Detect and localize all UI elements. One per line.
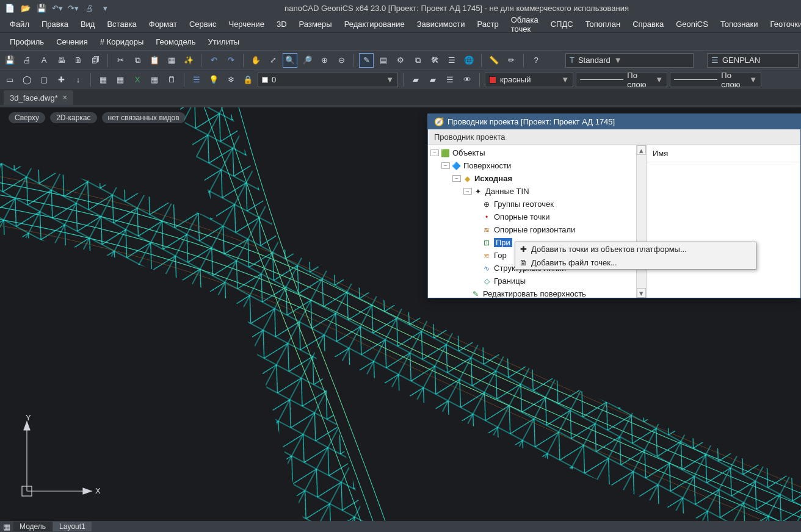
collapse-icon[interactable]: − [430, 149, 439, 156]
grid-icon[interactable]: ▦ [164, 53, 179, 68]
menu-spds[interactable]: СПДС [545, 17, 579, 31]
menu-geomodel[interactable]: Геомодель [150, 35, 201, 49]
tree-node-ref-points[interactable]: Опорные точки [494, 212, 549, 221]
lock-icon[interactable]: 🔒 [241, 73, 255, 87]
tools-icon[interactable]: 🛠 [427, 53, 442, 68]
menu-draw[interactable]: Черчение [222, 17, 270, 31]
bulb-icon[interactable]: 💡 [206, 73, 221, 87]
paste-icon[interactable]: 📋 [147, 53, 162, 68]
menu-insert[interactable]: Вставка [101, 17, 142, 31]
menu-dimensions[interactable]: Размеры [293, 17, 338, 31]
globe-icon[interactable]: 🌐 [462, 53, 476, 68]
document-tab[interactable]: 3d_face.dwg* × [4, 90, 73, 105]
copy-icon[interactable]: ⧉ [130, 53, 145, 68]
print-icon[interactable]: 🖨 [82, 1, 96, 15]
menu-sections[interactable]: Сечения [50, 35, 94, 49]
list-icon[interactable]: ☰ [444, 53, 459, 68]
scroll-up-icon[interactable]: ▴ [637, 145, 646, 155]
new-icon[interactable]: 📄 [2, 1, 17, 15]
layer-combo[interactable]: 0 ▼ [258, 73, 398, 87]
color-combo[interactable]: красный ▼ [485, 73, 573, 87]
text-style-combo[interactable]: T Standard ▼ [565, 53, 694, 68]
arrow-down-icon[interactable]: ↓ [71, 73, 85, 87]
view-badge[interactable]: 2D-каркас [50, 112, 96, 123]
status-tab-model[interactable]: Модель [13, 522, 52, 531]
tree-node-edit-surface[interactable]: Редактировать поверхность [483, 289, 586, 298]
qat-customize-icon[interactable]: ▾ [98, 1, 112, 15]
status-tab-layout1[interactable]: Layout1 [53, 522, 92, 531]
undo-dropdown-icon[interactable]: ↶▾ [50, 1, 65, 15]
menu-constraints[interactable]: Зависимости [411, 17, 471, 31]
layer-style-combo[interactable]: ☰ GENPLAN [707, 53, 799, 68]
pan-icon[interactable]: ✋ [248, 53, 263, 68]
tree-node-point-groups[interactable]: Группы геоточек [494, 200, 554, 209]
layers2-icon[interactable]: ☰ [443, 73, 457, 87]
zoom-out-icon[interactable]: ⊖ [334, 53, 349, 68]
menu-file[interactable]: Файл [4, 17, 35, 31]
menu-topoplan[interactable]: Топоплан [579, 17, 626, 31]
tree-node-surface-source[interactable]: Исходная [474, 174, 512, 183]
menu-format[interactable]: Формат [143, 17, 183, 31]
view-badge[interactable]: Сверху [9, 112, 45, 123]
eye-icon[interactable]: 👁 [460, 73, 474, 87]
menu-view[interactable]: Вид [74, 17, 101, 31]
ctx-add-points-from-objects[interactable]: ✚ Добавить точки из объектов платформы..… [515, 242, 756, 256]
collapse-icon[interactable]: − [463, 188, 472, 195]
match-icon[interactable]: ✨ [181, 53, 196, 68]
ellipse-icon[interactable]: ◯ [20, 73, 34, 87]
ctx-add-points-file[interactable]: 🗎 Добавить файл точек... [515, 256, 756, 269]
tree-node-boundaries[interactable]: Границы [494, 276, 526, 286]
panel-title-bar[interactable]: 🧭 Проводник проекта [Проект: Проект АД 1… [428, 114, 800, 129]
scroll-down-icon[interactable]: ▾ [637, 288, 646, 298]
menu-modify[interactable]: Редактирование [338, 17, 411, 31]
collapse-icon[interactable]: − [441, 162, 450, 169]
table1-icon[interactable]: ▦ [96, 73, 111, 87]
table3-icon[interactable]: ▦ [147, 73, 162, 87]
tree-node-horizon[interactable]: Гор [494, 251, 507, 260]
tree-scrollbar[interactable]: ▴ ▾ [636, 145, 646, 298]
view-badge[interactable]: нет связанных видов [102, 112, 186, 123]
hatch1-icon[interactable]: ▰ [408, 73, 423, 87]
excel-icon[interactable]: X [130, 73, 145, 87]
project-tree[interactable]: −🟩Объекты −🔷Поверхности −◆Исходная −✦Дан… [428, 145, 646, 298]
open-icon[interactable]: 📂 [18, 1, 33, 15]
redo-icon[interactable]: ↷ [223, 53, 238, 68]
hatch2-icon[interactable]: ▰ [426, 73, 440, 87]
cut-icon[interactable]: ✂ [113, 53, 128, 68]
zoom-extents-icon[interactable]: ⤢ [266, 53, 280, 68]
zoom-in-icon[interactable]: ⊕ [317, 53, 332, 68]
redo-dropdown-icon[interactable]: ↷▾ [66, 1, 81, 15]
layers-icon[interactable]: ☰ [189, 73, 204, 87]
publish-icon[interactable]: 🗎 [71, 53, 85, 68]
table2-icon[interactable]: ▦ [113, 73, 128, 87]
plot-preview-icon[interactable]: 🖶 [54, 53, 68, 68]
lineweight-combo[interactable]: По слою ▼ [670, 73, 761, 87]
text-icon[interactable]: A [37, 53, 51, 68]
clip-icon[interactable]: ⧉ [410, 53, 425, 68]
menu-help[interactable]: Справка [626, 17, 670, 31]
menu-corridors[interactable]: # Коридоры [94, 35, 150, 49]
sheets-icon[interactable]: 🗐 [88, 53, 103, 68]
tree-node-selected[interactable]: При [494, 238, 512, 247]
tool-page-icon[interactable]: ▤ [376, 53, 391, 68]
collapse-icon[interactable]: − [452, 175, 461, 182]
tool1-icon[interactable]: ✎ [359, 53, 374, 68]
zoom-dynamic-icon[interactable]: 🔎 [300, 53, 314, 68]
menu-3d[interactable]: 3D [270, 17, 293, 31]
menu-raster[interactable]: Растр [471, 17, 505, 31]
linetype-combo[interactable]: По слою ▼ [576, 73, 667, 87]
freeze-icon[interactable]: ❄ [223, 73, 238, 87]
save-icon[interactable]: 💾 [2, 53, 17, 68]
menu-profile[interactable]: Профиль [4, 35, 50, 49]
edit-icon[interactable]: ✏ [504, 53, 518, 68]
add-node-icon[interactable]: ✚ [54, 73, 68, 87]
box-icon[interactable]: ▢ [37, 73, 51, 87]
note-icon[interactable]: 🗒 [164, 73, 179, 87]
menu-geopoints[interactable]: Геоточки [764, 17, 802, 31]
print-icon[interactable]: 🖨 [20, 53, 34, 68]
help-icon[interactable]: ? [529, 53, 543, 68]
save-icon[interactable]: 💾 [34, 1, 49, 15]
menu-toposigns[interactable]: Топознаки [714, 17, 764, 31]
layout-grid-icon[interactable]: ▦ [1, 522, 12, 531]
undo-icon[interactable]: ↶ [206, 53, 221, 68]
